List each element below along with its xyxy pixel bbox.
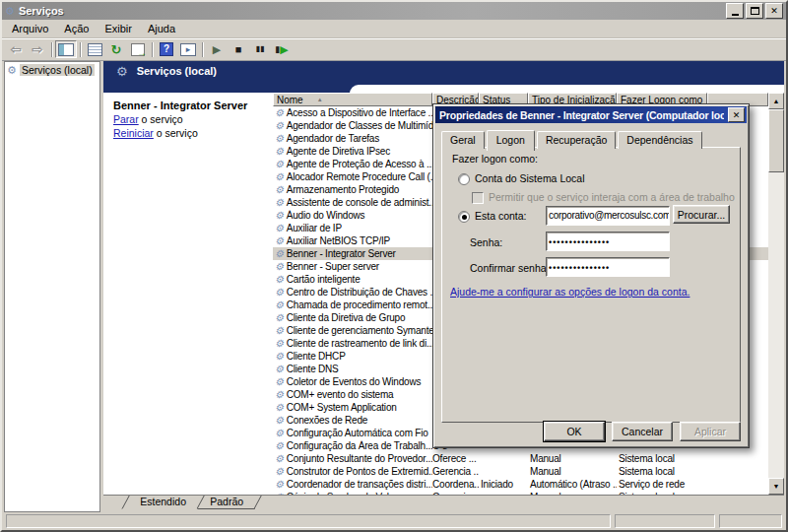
local-system-label[interactable]: Conta do Sistema Local [475, 172, 584, 184]
cell-startup-type: Manual [528, 466, 617, 477]
status-bar [4, 512, 784, 528]
service-row[interactable]: Conjunto Resultante do Provedor...Oferec… [273, 452, 768, 465]
service-gear-icon [275, 440, 284, 451]
back-button[interactable] [5, 40, 27, 58]
view-tab-estendido[interactable]: Estendido [121, 496, 204, 509]
dialog-tab-dependencias[interactable]: Dependências [618, 131, 701, 149]
dialog-titlebar[interactable]: Propriedades de Benner - Integrator Serv… [435, 106, 747, 123]
cell-name: Cliente de rastreamento de link di... [273, 338, 432, 349]
show-tree-button[interactable] [55, 40, 77, 58]
menu-item-acao[interactable]: Ação [56, 22, 97, 35]
scroll-up-icon[interactable] [768, 93, 784, 109]
service-gear-icon [275, 351, 284, 362]
pause-button[interactable] [249, 40, 271, 58]
cell-description: Gerencia ... [432, 466, 479, 477]
column-header-nome[interactable]: Nome [273, 93, 432, 106]
help-button[interactable] [156, 40, 177, 58]
restart-button[interactable] [271, 40, 293, 58]
dialog-tab-recuperacao[interactable]: Recuperação [537, 131, 616, 149]
cell-name: Cliente de gerenciamento Symantec [273, 325, 432, 336]
services-app-icon [5, 5, 15, 17]
cell-name: Configuração da Área de Trabalh... [273, 440, 432, 451]
password-label: Senha: [470, 236, 502, 248]
apply-button[interactable]: Aplicar [680, 422, 741, 441]
password-input[interactable]: ••••••••••••••• [546, 232, 670, 251]
vertical-scrollbar[interactable] [768, 93, 784, 495]
refresh-button[interactable] [105, 40, 127, 58]
menu-item-ajuda[interactable]: Ajuda [140, 22, 183, 35]
service-row[interactable]: Coordenador de transações distri...Coord… [273, 478, 768, 491]
interact-desktop-checkbox [472, 192, 484, 204]
minimize-button[interactable] [726, 3, 744, 19]
dialog-tab-logon[interactable]: Logon [487, 130, 535, 151]
confirm-password-label: Confirmar senha: [470, 262, 550, 274]
service-gear-icon [275, 120, 284, 131]
extended-view-button[interactable] [177, 40, 199, 58]
this-account-radio[interactable] [458, 211, 470, 223]
cell-description: Coordena... [432, 479, 479, 490]
ok-button[interactable]: OK [544, 422, 605, 441]
window-button[interactable] [84, 40, 105, 58]
menu-item-arquivo[interactable]: Arquivo [4, 22, 56, 35]
service-gear-icon [275, 235, 284, 246]
scrollbar-thumb[interactable] [768, 109, 784, 172]
properties-dialog: Propriedades de Benner - Integrator Serv… [432, 103, 750, 448]
stop-service-link[interactable]: Parar o serviço [113, 113, 269, 125]
service-gear-icon [275, 248, 284, 259]
cancel-button[interactable]: Cancelar [612, 422, 673, 441]
service-gear-icon [275, 312, 284, 323]
cell-name: Cliente DHCP [273, 351, 432, 362]
service-gear-icon [275, 415, 284, 426]
start-button[interactable] [206, 40, 228, 58]
service-gear-icon [275, 453, 284, 464]
extended-action-pane: Benner - Integrator Server Parar o servi… [103, 93, 273, 495]
restart-service-link[interactable]: Reiniciar o serviço [113, 127, 269, 139]
dialog-title: Propriedades de Benner - Integrator Serv… [439, 109, 724, 121]
banner-swoosh [103, 81, 784, 93]
toolbar [2, 38, 786, 61]
close-icon[interactable] [728, 107, 745, 122]
service-row[interactable]: Construtor de Pontos de Extremid...Geren… [273, 465, 768, 478]
cell-logon-as: Sistema local [617, 492, 707, 495]
cell-name: Agente de Proteção de Acesso à ... [273, 159, 432, 169]
stop-icon [235, 44, 242, 55]
scrollbar-track[interactable] [768, 172, 784, 478]
forward-icon [32, 42, 43, 56]
logon-tab-panel: Fazer logon como: Conta do Sistema Local… [441, 147, 741, 423]
forward-button[interactable] [27, 40, 48, 58]
cell-description: Gerencia... [432, 492, 479, 495]
service-gear-icon [275, 287, 284, 298]
this-account-label[interactable]: Esta conta: [475, 210, 527, 222]
close-button[interactable] [765, 3, 783, 19]
account-input[interactable]: corporativo@mercosulsc.com [546, 206, 670, 226]
cell-startup-type: Automático (Atraso ... [528, 479, 617, 490]
logon-help-link[interactable]: Ajude-me a configurar as opções de logon… [450, 286, 690, 298]
browse-button[interactable]: Procurar... [673, 205, 730, 224]
window-titlebar[interactable]: Serviços [2, 2, 786, 20]
cell-logon-as: Serviço de rede [617, 479, 707, 490]
export-button[interactable] [127, 40, 149, 58]
toolbar-separator [152, 42, 153, 57]
cell-name: Auxiliar NetBIOS TCP/IP [273, 235, 432, 246]
cell-name: Cópia de Sombra de Volume [273, 492, 432, 495]
cell-name: Benner - Super server [273, 261, 432, 272]
menu-item-exibir[interactable]: Exibir [97, 22, 140, 35]
services-window: Serviços ArquivoAçãoExibirAjuda Serviços… [0, 0, 788, 532]
cell-startup-type: Manual [528, 492, 617, 495]
tree-item-servicos-local[interactable]: Serviços (local) [7, 64, 98, 76]
local-system-radio[interactable] [458, 173, 470, 185]
dialog-tab-geral[interactable]: Geral [441, 131, 485, 149]
cell-name: COM+ evento do sistema [273, 389, 432, 400]
stop-button[interactable] [228, 40, 249, 58]
service-gear-icon [275, 107, 284, 118]
service-gear-icon [275, 364, 284, 374]
dialog-tabs: GeralLogonRecuperaçãoDependências [441, 128, 704, 149]
maximize-button[interactable] [746, 3, 763, 19]
toolbar-separator [51, 42, 52, 57]
dialog-body: GeralLogonRecuperaçãoDependências Fazer … [435, 123, 747, 445]
confirm-password-input[interactable]: ••••••••••••••• [546, 257, 670, 277]
cell-name: Agendador de Classes de Multimídia [273, 120, 432, 131]
service-row[interactable]: Cópia de Sombra de VolumeGerencia...Manu… [273, 491, 768, 495]
menu-bar: ArquivoAçãoExibirAjuda [2, 20, 786, 38]
scroll-down-icon[interactable] [768, 478, 784, 495]
